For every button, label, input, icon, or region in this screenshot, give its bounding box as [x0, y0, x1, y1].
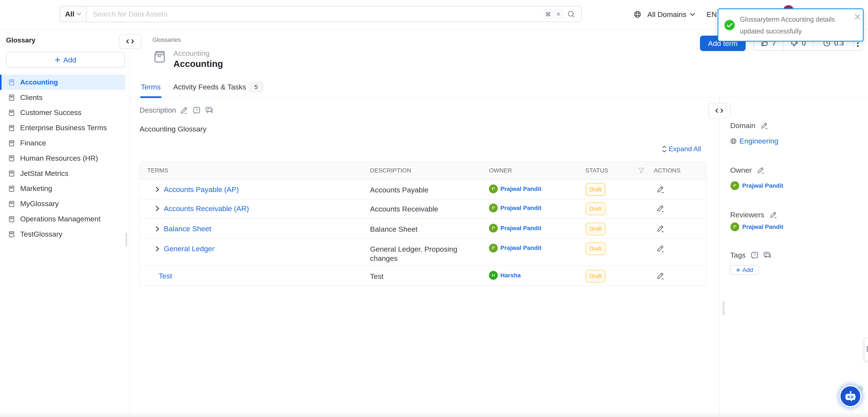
- svg-text:?: ?: [195, 108, 198, 112]
- svg-text:?: ?: [753, 253, 756, 257]
